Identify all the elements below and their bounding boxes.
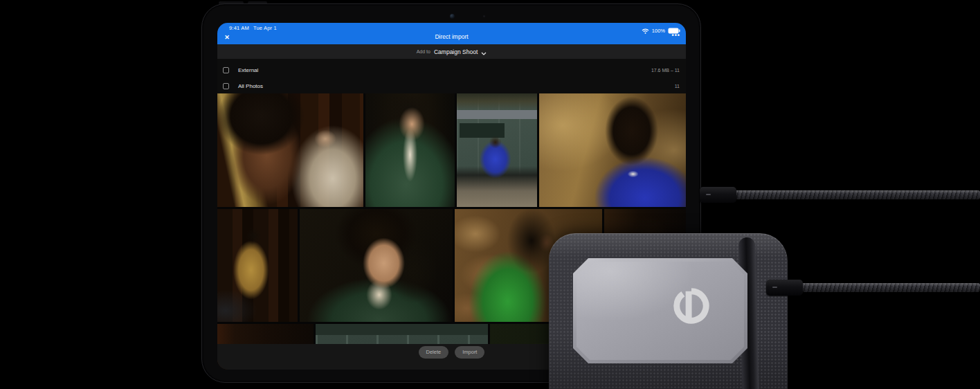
header-row: ✕ Direct import •••: [217, 32, 686, 44]
usb-plug-drive: [766, 280, 803, 296]
source-row-external[interactable]: External 17.6 MB – 11: [217, 62, 686, 78]
chevron-down-icon[interactable]: [481, 46, 487, 58]
more-options-button[interactable]: •••: [672, 32, 680, 39]
drive-face: [577, 262, 744, 360]
source-row-all-photos[interactable]: All Photos 11: [217, 78, 686, 93]
usb-cable-drive: [799, 283, 980, 292]
photo-thumbnail[interactable]: [300, 209, 453, 322]
status-time-date: 9:41 AMTue Apr 1: [229, 25, 277, 31]
add-to-label: Add to: [417, 49, 430, 54]
source-meta: 17.6 MB – 11: [651, 68, 680, 73]
source-meta: 11: [675, 84, 680, 89]
plug-marking-icon: [706, 194, 711, 195]
front-camera-icon: [450, 14, 455, 19]
photo-thumbnail[interactable]: [457, 93, 537, 207]
checkbox-all-photos[interactable]: [223, 83, 229, 89]
drive-faceplate: [573, 258, 747, 363]
photo-thumbnail[interactable]: [539, 93, 686, 207]
g-drive-logo-icon: [671, 286, 711, 329]
camera-sensor-icon: [483, 15, 485, 17]
checkbox-external[interactable]: [223, 67, 229, 73]
status-bar: 9:41 AMTue Apr 1 100%: [217, 23, 686, 32]
photo-thumbnail[interactable]: [217, 93, 363, 207]
scene: 9:41 AMTue Apr 1 100%: [0, 0, 980, 389]
photo-thumbnail[interactable]: [365, 93, 455, 207]
page-title: Direct import: [217, 33, 686, 40]
usb-cable-ipad: [732, 190, 980, 199]
app-header: 9:41 AMTue Apr 1 100%: [217, 23, 686, 44]
import-button[interactable]: Import: [455, 346, 484, 359]
external-drive: [549, 233, 788, 389]
photo-thumbnail[interactable]: [217, 209, 298, 322]
add-to-bar: Add to Campaign Shoot: [217, 44, 686, 59]
delete-button[interactable]: Delete: [419, 346, 449, 359]
usb-plug-ipad: [700, 187, 736, 203]
collection-selector[interactable]: Campaign Shoot: [434, 48, 478, 55]
source-label: External: [238, 67, 258, 73]
plug-marking-icon: [772, 287, 777, 288]
status-time: 9:41 AM: [229, 25, 249, 31]
status-date: Tue Apr 1: [253, 25, 277, 31]
source-label: All Photos: [238, 83, 263, 89]
